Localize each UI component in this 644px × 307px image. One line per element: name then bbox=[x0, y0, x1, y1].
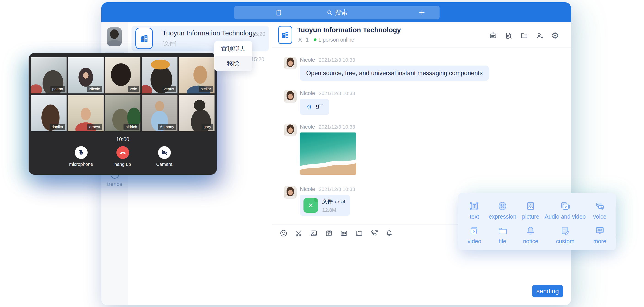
screenshot-icon[interactable] bbox=[294, 229, 303, 237]
microphone-button[interactable]: microphone bbox=[68, 146, 95, 167]
menu-item-pin-chat[interactable]: 置顶聊天 bbox=[214, 41, 252, 56]
participant-video: gary bbox=[179, 95, 214, 131]
conversation-title: Tuoyun Information Technology bbox=[162, 29, 256, 37]
action-audio-video[interactable]: Audio and video bbox=[545, 198, 586, 223]
participant-name: stellar bbox=[199, 86, 213, 92]
context-menu: 置顶聊天 移除 bbox=[214, 41, 252, 71]
hang-up-icon[interactable] bbox=[116, 146, 129, 159]
message-meta: Nicole 2021/12/3 10:33 bbox=[300, 90, 355, 97]
sender-avatar[interactable] bbox=[284, 124, 296, 136]
expression-icon bbox=[497, 201, 508, 212]
chat-history-search-icon[interactable] bbox=[504, 31, 513, 40]
participant-video: patton bbox=[31, 57, 66, 93]
desktop-background: 搜索 trends bbox=[0, 0, 644, 307]
picture-icon bbox=[525, 201, 536, 212]
action-label: file bbox=[499, 238, 506, 245]
video-icon bbox=[469, 225, 480, 236]
participant-video: stellar bbox=[179, 57, 214, 93]
participant-video: Anthony bbox=[142, 95, 178, 131]
participant-name: zoie bbox=[128, 86, 139, 92]
hang-up-button[interactable]: hang up bbox=[109, 146, 136, 167]
action-picture[interactable]: picture bbox=[516, 198, 545, 223]
sender-avatar[interactable] bbox=[284, 57, 296, 69]
action-more[interactable]: more bbox=[586, 223, 614, 247]
action-custom[interactable]: custom bbox=[545, 223, 586, 247]
participant-video: danika bbox=[31, 95, 66, 131]
action-label: voice bbox=[593, 213, 606, 220]
emoji-icon[interactable] bbox=[280, 229, 288, 237]
message-meta: Nicole 2021/12/3 10:33 bbox=[300, 57, 489, 63]
action-file[interactable]: file bbox=[488, 223, 516, 247]
add-icon[interactable] bbox=[418, 9, 426, 16]
file-name: 文件 bbox=[322, 198, 333, 204]
notification-icon[interactable] bbox=[385, 229, 393, 237]
conversation-time: 15:20 bbox=[251, 56, 264, 63]
participant-video: aldrich bbox=[105, 95, 141, 131]
contact-card-icon[interactable] bbox=[340, 229, 348, 237]
message-meta: Nicole 2021/12/3 10:33 bbox=[300, 124, 356, 130]
online-dot bbox=[314, 38, 316, 41]
voice-duration: 9`` bbox=[316, 103, 323, 111]
camera-label: Camera bbox=[156, 162, 172, 167]
voice-message-bubble[interactable]: 9`` bbox=[300, 99, 329, 115]
sender-name: Nicole bbox=[300, 186, 315, 192]
microphone-label: microphone bbox=[69, 162, 93, 167]
member-count: 1 bbox=[306, 37, 309, 43]
message-timestamp: 2021/12/3 10:33 bbox=[319, 90, 355, 96]
menu-item-remove[interactable]: 移除 bbox=[214, 56, 252, 71]
group-notice-icon[interactable] bbox=[489, 31, 497, 40]
action-notice[interactable]: notice bbox=[516, 223, 545, 247]
voice-wave-icon bbox=[306, 103, 313, 111]
action-video[interactable]: video bbox=[460, 223, 488, 247]
message-timestamp: 2021/12/3 10:33 bbox=[319, 57, 355, 63]
settings-icon[interactable]: ⚙ bbox=[551, 31, 559, 40]
text-message-bubble[interactable]: Open source, free, and universal instant… bbox=[300, 65, 489, 81]
action-voice[interactable]: voice bbox=[586, 198, 614, 223]
more-icon bbox=[594, 225, 605, 236]
folder-icon[interactable] bbox=[355, 229, 363, 237]
group-avatar-icon bbox=[278, 26, 292, 44]
app-topbar: 搜索 bbox=[101, 2, 571, 22]
video-call-icon[interactable] bbox=[370, 229, 378, 237]
voice-icon bbox=[594, 201, 605, 212]
participant-name: ernest bbox=[87, 124, 102, 130]
audio-video-icon bbox=[560, 201, 570, 212]
action-label: expression bbox=[489, 213, 516, 220]
chat-title: Tuoyun Information Technology bbox=[297, 26, 401, 34]
send-button[interactable]: sending bbox=[532, 285, 563, 298]
participant-video: zoie bbox=[105, 57, 141, 93]
camera-button[interactable]: Camera bbox=[151, 146, 178, 167]
video-icon[interactable] bbox=[325, 229, 333, 237]
message-timestamp: 2021/12/3 10:33 bbox=[319, 124, 355, 130]
file-message-bubble[interactable]: 文件.excel 12.8M bbox=[300, 195, 350, 216]
action-text[interactable]: text bbox=[460, 198, 488, 223]
picture-icon[interactable] bbox=[310, 229, 318, 237]
participant-name: patton bbox=[50, 86, 65, 92]
user-avatar[interactable] bbox=[107, 27, 122, 46]
message-timestamp: 2021/12/3 10:33 bbox=[319, 186, 355, 192]
mic-off-icon[interactable] bbox=[75, 146, 88, 159]
camera-off-icon[interactable] bbox=[158, 146, 171, 159]
chat-header-actions: ⚙ bbox=[489, 31, 559, 40]
online-status: 1 person online bbox=[318, 37, 354, 43]
search-bar[interactable]: 搜索 bbox=[234, 6, 440, 19]
action-label: custom bbox=[556, 238, 574, 245]
participant-name: aldrich bbox=[124, 124, 139, 130]
sender-name: Nicole bbox=[300, 124, 315, 130]
image-message[interactable] bbox=[300, 132, 356, 175]
message-row: Nicole 2021/12/3 10:33 9`` bbox=[284, 90, 355, 115]
sender-avatar[interactable] bbox=[284, 90, 296, 103]
sender-avatar[interactable] bbox=[284, 186, 296, 199]
action-label: video bbox=[468, 238, 482, 245]
participant-name: Anthony bbox=[158, 124, 176, 130]
members-icon bbox=[298, 36, 304, 43]
participant-video: venus bbox=[142, 57, 178, 93]
video-call-panel: patton Nicole zoie venus stellar danika … bbox=[28, 53, 217, 175]
search-field[interactable]: 搜索 bbox=[234, 6, 440, 19]
action-expression[interactable]: expression bbox=[488, 198, 516, 223]
conversation-time: 15:20 bbox=[252, 31, 265, 37]
add-member-icon[interactable] bbox=[536, 31, 544, 40]
trends-label: trends bbox=[107, 181, 122, 187]
group-file-icon[interactable] bbox=[520, 31, 528, 40]
hang-up-label: hang up bbox=[114, 162, 131, 167]
